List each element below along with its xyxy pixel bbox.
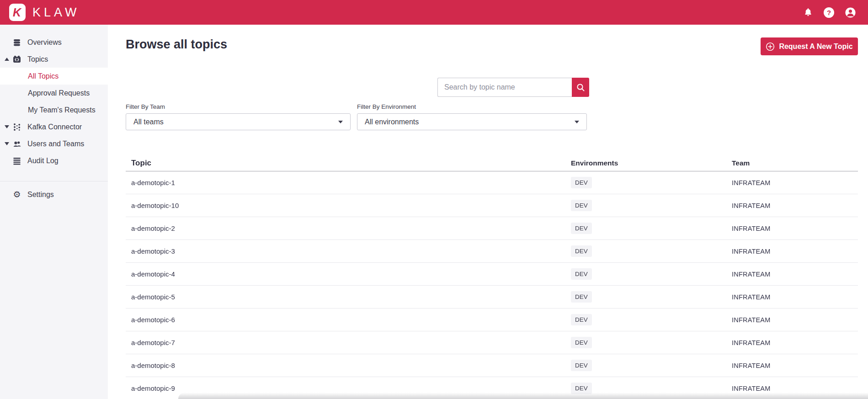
help-icon[interactable]: ? bbox=[824, 7, 834, 18]
sidebar-item-label: Audit Log bbox=[27, 157, 59, 165]
topic-link[interactable]: a-demotopic-8 bbox=[126, 362, 571, 369]
environment-badge: DEV bbox=[571, 383, 592, 394]
sidebar-item-label: Settings bbox=[27, 191, 54, 199]
sidebar-item-label: My Team's Requests bbox=[28, 106, 96, 114]
team-name: INFRATEAM bbox=[732, 271, 771, 278]
sidebar-item-audit-log[interactable]: Audit Log bbox=[0, 152, 108, 169]
sidebar-item-overviews[interactable]: Overviews bbox=[0, 34, 108, 51]
topic-link[interactable]: a-demotopic-2 bbox=[126, 224, 571, 232]
topic-link[interactable]: a-demotopic-7 bbox=[126, 339, 571, 346]
team-name: INFRATEAM bbox=[732, 202, 771, 209]
filter-team-select[interactable]: All teams bbox=[126, 113, 351, 130]
klaw-logo-icon[interactable]: K bbox=[9, 4, 26, 21]
table-row[interactable]: a-demotopic-5 DEV INFRATEAM bbox=[126, 286, 858, 309]
sidebar-item-label: Topics bbox=[27, 55, 48, 64]
table-row[interactable]: a-demotopic-4 DEV INFRATEAM bbox=[126, 263, 858, 286]
environment-badge: DEV bbox=[571, 268, 592, 280]
page-title: Browse all topics bbox=[126, 37, 227, 52]
topic-link[interactable]: a-demotopic-4 bbox=[126, 270, 571, 278]
team-name: INFRATEAM bbox=[732, 293, 771, 301]
table-row[interactable]: a-demotopic-2 DEV INFRATEAM bbox=[126, 217, 858, 240]
search-input[interactable] bbox=[437, 78, 572, 97]
sidebar-item-label: Approval Requests bbox=[28, 89, 90, 97]
column-header-team: Team bbox=[732, 159, 858, 167]
topic-link[interactable]: a-demotopic-5 bbox=[126, 293, 571, 301]
chevron-down-icon bbox=[575, 121, 579, 123]
filter-environment-label: Filter By Environment bbox=[357, 103, 416, 110]
app-title: KLAW bbox=[32, 5, 80, 20]
topic-link[interactable]: a-demotopic-9 bbox=[126, 384, 571, 392]
profile-icon[interactable] bbox=[845, 7, 856, 18]
environment-badge: DEV bbox=[571, 223, 592, 234]
chevron-up-icon[interactable] bbox=[3, 58, 11, 61]
app-header: K KLAW ? bbox=[0, 0, 868, 25]
filter-environment-value: All environments bbox=[365, 118, 419, 126]
environment-badge: DEV bbox=[571, 200, 592, 211]
search-icon bbox=[576, 83, 585, 92]
environment-badge: DEV bbox=[571, 291, 592, 303]
sidebar-item-label: All Topics bbox=[28, 72, 59, 80]
table-row[interactable]: a-demotopic-6 DEV INFRATEAM bbox=[126, 309, 858, 331]
column-header-environments: Environments bbox=[571, 159, 732, 167]
sidebar-item-kafka-connector[interactable]: Kafka Connector bbox=[0, 118, 108, 135]
table-row[interactable]: a-demotopic-10 DEV INFRATEAM bbox=[126, 194, 858, 217]
list-lines-icon bbox=[12, 157, 22, 165]
topic-link[interactable]: a-demotopic-3 bbox=[126, 247, 571, 255]
environment-badge: DEV bbox=[571, 245, 592, 257]
environment-badge: DEV bbox=[571, 360, 592, 371]
bell-icon[interactable] bbox=[803, 7, 813, 18]
main-content: Browse all topics Request A New Topic Fi… bbox=[108, 25, 868, 399]
users-icon bbox=[12, 140, 22, 148]
environment-badge: DEV bbox=[571, 337, 592, 348]
gear-icon: ⚙ bbox=[12, 190, 22, 199]
table-row[interactable]: a-demotopic-7 DEV INFRATEAM bbox=[126, 331, 858, 354]
environment-badge: DEV bbox=[571, 314, 592, 325]
team-name: INFRATEAM bbox=[732, 248, 771, 255]
team-name: INFRATEAM bbox=[732, 316, 771, 324]
topic-search bbox=[437, 78, 589, 97]
topic-link[interactable]: a-demotopic-6 bbox=[126, 316, 571, 324]
sidebar-item-all-topics[interactable]: All Topics bbox=[0, 68, 108, 85]
filter-environment-select[interactable]: All environments bbox=[357, 113, 587, 130]
plus-circle-icon bbox=[766, 42, 775, 51]
column-header-topic: Topic bbox=[126, 159, 571, 168]
search-button[interactable] bbox=[572, 78, 589, 97]
connector-dots-icon bbox=[12, 123, 22, 131]
sidebar-item-settings[interactable]: ⚙ Settings bbox=[0, 186, 108, 203]
sidebar-item-my-teams-requests[interactable]: My Team's Requests bbox=[0, 101, 108, 118]
chevron-down-icon[interactable] bbox=[3, 125, 11, 128]
filter-team-label: Filter By Team bbox=[126, 103, 165, 110]
klaw-logo-letter: K bbox=[13, 6, 21, 19]
sidebar-item-label: Overviews bbox=[27, 38, 62, 47]
topic-link[interactable]: a-demotopic-1 bbox=[126, 179, 571, 186]
topic-link[interactable]: a-demotopic-10 bbox=[126, 202, 571, 209]
environment-badge: DEV bbox=[571, 177, 592, 188]
filter-team-value: All teams bbox=[133, 118, 164, 126]
sidebar-divider bbox=[0, 181, 108, 181]
sidebar-item-label: Kafka Connector bbox=[27, 123, 82, 131]
chevron-down-icon[interactable] bbox=[3, 142, 11, 145]
table-row[interactable]: a-demotopic-8 DEV INFRATEAM bbox=[126, 354, 858, 377]
database-icon bbox=[12, 38, 22, 47]
chevron-down-icon bbox=[338, 121, 343, 123]
sidebar-item-topics[interactable]: Topics bbox=[0, 51, 108, 68]
sidebar-item-users-and-teams[interactable]: Users and Teams bbox=[0, 135, 108, 152]
team-name: INFRATEAM bbox=[732, 385, 771, 392]
team-name: INFRATEAM bbox=[732, 225, 771, 232]
request-new-topic-button[interactable]: Request A New Topic bbox=[761, 37, 858, 55]
table-header-row: Topic Environments Team bbox=[126, 155, 858, 171]
table-row[interactable]: a-demotopic-1 DEV INFRATEAM bbox=[126, 171, 858, 194]
table-row[interactable]: a-demotopic-3 DEV INFRATEAM bbox=[126, 240, 858, 263]
code-topics-icon bbox=[12, 55, 22, 64]
topics-table: Topic Environments Team a-demotopic-1 DE… bbox=[126, 155, 858, 399]
team-name: INFRATEAM bbox=[732, 179, 771, 186]
sidebar-item-approval-requests[interactable]: Approval Requests bbox=[0, 85, 108, 101]
table-row[interactable]: a-demotopic-9 DEV INFRATEAM bbox=[126, 377, 858, 399]
sidebar: Overviews Topics All Topics Approval Req… bbox=[0, 25, 108, 399]
team-name: INFRATEAM bbox=[732, 362, 771, 369]
sidebar-item-label: Users and Teams bbox=[27, 140, 84, 148]
team-name: INFRATEAM bbox=[732, 339, 771, 346]
